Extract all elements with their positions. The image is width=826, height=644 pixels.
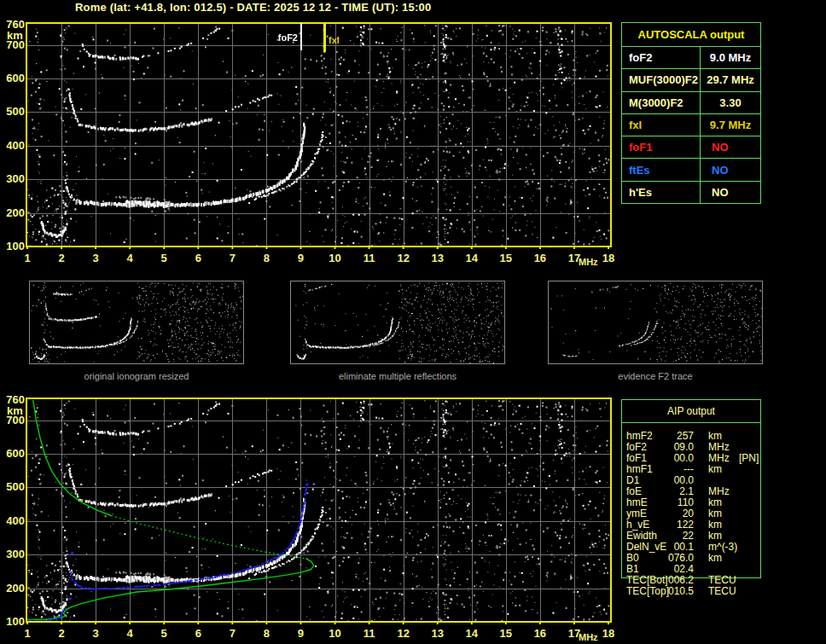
- x-tick-label: 11: [357, 628, 382, 640]
- aip-unit: TECU: [708, 586, 736, 597]
- autoscala-row-ftes: ftEsNO: [622, 159, 760, 181]
- autoscala-row-fxi: fxI9.7 MHz: [622, 114, 760, 136]
- autoscala-row-fof1: foF1NO: [622, 136, 760, 159]
- autoscala-row-value: 9.7 MHz: [701, 114, 760, 136]
- x-tick-label: 13: [425, 252, 451, 264]
- autoscala-row-label: MUF(3000)F2: [622, 69, 701, 90]
- x-axis-unit-label: MHz: [579, 632, 598, 642]
- autoscala-row-label: M(3000)F2: [622, 92, 701, 113]
- y-tick-label: 400: [0, 140, 25, 152]
- x-tick-label: 12: [391, 628, 416, 640]
- aip-note: [PN]: [739, 453, 759, 464]
- x-tick-label: 14: [459, 252, 485, 264]
- x-tick-label: 11: [357, 252, 382, 264]
- aip-value: 010.5: [668, 586, 694, 597]
- autoscala-row-m3000f2: M(3000)F23.30: [622, 92, 760, 114]
- autoscala-row-value: 29.7 MHz: [701, 69, 760, 90]
- x-tick-label: 9: [288, 252, 313, 264]
- autoscala-row-fof2: foF29.0 MHz: [622, 47, 760, 69]
- x-tick-label: 10: [323, 252, 348, 264]
- autoscala-row-value: 9.0 MHz: [701, 47, 760, 68]
- aip-label: TEC[Top]: [626, 586, 669, 597]
- y-axis-unit-label: km: [7, 31, 23, 41]
- y-tick-label: 500: [0, 106, 25, 118]
- x-tick-label: 15: [493, 252, 519, 264]
- y-axis-unit-label: km: [7, 406, 23, 416]
- x-tick-label: 6: [185, 628, 211, 640]
- ionogram-top-canvas: [26, 22, 612, 249]
- y-tick-label: 400: [0, 515, 25, 527]
- thumbnail-original-ionogram: [29, 281, 244, 364]
- x-tick-label: 7: [219, 628, 245, 640]
- autoscala-row-label: ftEs: [622, 159, 701, 180]
- y-tick-label: 300: [0, 173, 25, 185]
- x-tick-label: 18: [596, 628, 621, 640]
- autoscala-row-label: h'Es: [622, 182, 701, 203]
- x-tick-label: 4: [117, 252, 143, 264]
- autoscala-row-muf3000f2: MUF(3000)F229.7 MHz: [622, 69, 760, 91]
- y-tick-label: 100: [0, 241, 25, 252]
- y-tick-label: 600: [0, 448, 25, 460]
- x-tick-label: 5: [151, 252, 177, 264]
- y-tick-label: 100: [0, 616, 25, 628]
- x-tick-label: 13: [425, 628, 451, 640]
- x-tick-label: 16: [527, 628, 553, 640]
- thumbnail-eliminate-reflections: [290, 281, 505, 364]
- autoscala-output-table: AUTOSCALA output foF29.0 MHzMUF(3000)F22…: [621, 22, 761, 204]
- aip-output-table: AIP output hmF2257kmfoF209.0MHzfoF100.0M…: [621, 399, 761, 578]
- x-axis-unit-label: MHz: [579, 257, 598, 267]
- page-title: Rome (lat: +41.8, lon: 012.5) - DATE: 20…: [75, 1, 431, 14]
- x-tick-label: 8: [253, 628, 279, 640]
- autoscala-row-label: foF2: [622, 47, 701, 68]
- thumbnail-caption: eliminate multiple reflections: [290, 371, 505, 381]
- x-tick-label: 2: [49, 252, 74, 264]
- x-tick-label: 1: [15, 252, 40, 264]
- autoscala-table-rows: foF29.0 MHzMUF(3000)F229.7 MHzM(3000)F23…: [622, 47, 760, 203]
- x-tick-label: 14: [459, 628, 485, 640]
- aip-unit: km: [708, 553, 722, 564]
- aip-row-tectop: TEC[Top]010.5TECU: [622, 586, 760, 597]
- y-tick-label: 600: [0, 73, 25, 84]
- y-tick-label: 200: [0, 207, 25, 219]
- autoscala-row-value: 3.30: [701, 92, 760, 113]
- thumbnail-canvas: [549, 281, 762, 363]
- thumbnail-canvas: [291, 281, 504, 363]
- x-tick-label: 10: [323, 628, 348, 640]
- y-tick-label: 300: [0, 548, 25, 560]
- x-tick-label: 6: [185, 252, 211, 264]
- ionogram-bottom-canvas: [26, 397, 612, 624]
- autoscala-row-value: NO: [701, 136, 760, 158]
- autoscala-row-label: fxI: [622, 114, 701, 136]
- x-tick-label: 8: [253, 252, 279, 264]
- autoscala-row-value: NO: [701, 182, 760, 203]
- thumbnail-caption: evidence F2 trace: [548, 371, 763, 381]
- autoscala-row-value: NO: [701, 159, 760, 180]
- x-tick-label: 5: [151, 628, 177, 640]
- aip-unit: km: [708, 464, 722, 475]
- foF2-marker-label: foF2: [270, 32, 298, 43]
- x-tick-label: 16: [527, 252, 553, 264]
- fxI-marker-line: [323, 23, 326, 52]
- autoscala-row-label: foF1: [622, 136, 701, 158]
- x-tick-label: 3: [83, 252, 108, 264]
- x-tick-label: 15: [493, 628, 519, 640]
- x-tick-label: 9: [288, 628, 313, 640]
- x-tick-label: 4: [117, 628, 143, 640]
- thumbnail-canvas: [30, 281, 243, 363]
- fxI-marker-label: fxI: [329, 35, 340, 45]
- x-tick-label: 3: [83, 628, 108, 640]
- autoscala-window: { "title": "Rome (lat: +41.8, lon: 012.5…: [0, 0, 826, 644]
- autoscala-table-title: AUTOSCALA output: [622, 23, 760, 47]
- aip-table-title: AIP output: [622, 400, 760, 423]
- x-tick-label: 7: [219, 252, 245, 264]
- y-tick-label: 200: [0, 583, 25, 595]
- thumbnail-caption: original ionogram resized: [29, 371, 244, 381]
- x-tick-label: 1: [15, 628, 40, 640]
- thumbnail-evidence-f2: [548, 281, 763, 364]
- x-tick-label: 12: [391, 252, 416, 264]
- x-tick-label: 18: [596, 252, 621, 264]
- x-tick-label: 2: [49, 628, 74, 640]
- foF2-marker-line: [300, 23, 302, 50]
- autoscala-row-hes: h'EsNO: [622, 182, 760, 203]
- y-tick-label: 500: [0, 481, 25, 493]
